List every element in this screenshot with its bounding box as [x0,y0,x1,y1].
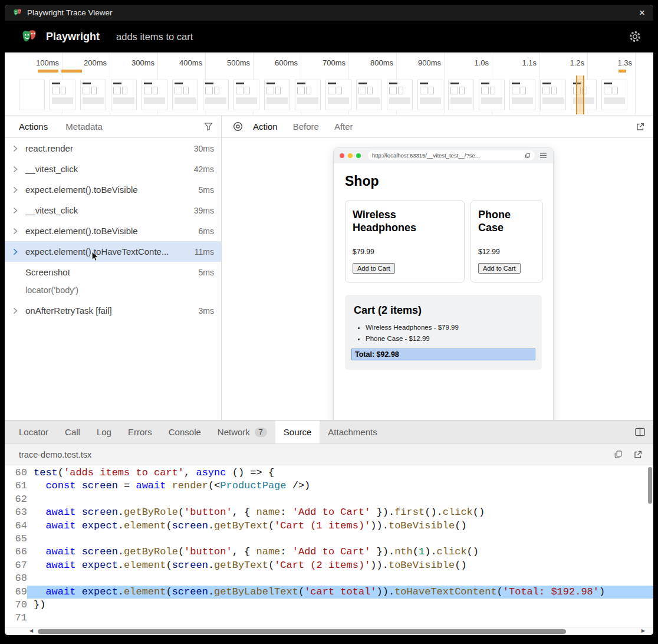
action-row[interactable]: expect.element().toBeVisible6ms [5,221,221,241]
code-token [34,480,45,491]
code-token: async [196,467,226,478]
action-title: expect.element().toBeVisible [25,226,138,236]
product-price: $12.99 [478,248,535,256]
tab-errors[interactable]: Errors [120,420,160,443]
code-text [27,493,653,506]
timeline-thumbnail[interactable] [233,80,259,110]
trace-viewer-window: Playwright Trace Viewer × Playwright add… [5,5,653,635]
tab-before[interactable]: Before [293,121,319,132]
code-token: click [443,507,473,518]
chevron-right-icon [13,228,25,235]
test-title: adds items to cart [116,31,193,42]
tab-console[interactable]: Console [160,420,209,443]
scroll-right-arrow-icon[interactable]: ▶ [641,628,645,633]
action-duration: 5ms [194,268,214,277]
copy-source-icon[interactable] [614,450,623,459]
timeline-thumbnail[interactable] [203,80,229,110]
product-cards: Wireless Headphones $79.99 Add to Cart P… [345,201,542,282]
browser-chrome: http://localhost:63315/__vitest_test__/?… [334,147,553,163]
page-heading: Shop [345,173,542,189]
horizontal-scrollbar[interactable]: ◀ ▶ [5,627,653,635]
action-row[interactable]: expect.element().toHaveTextConte...11ms [5,241,221,262]
browser-window: http://localhost:63315/__vitest_test__/?… [334,147,553,420]
code-token: () [455,560,466,571]
timeline-thumbnail[interactable] [111,80,137,110]
code-token: name [256,546,281,557]
open-source-external-icon[interactable] [633,450,643,459]
timeline[interactable]: 100ms200ms300ms400ms500ms600ms700ms800ms… [5,52,653,116]
tab-locator[interactable]: Locator [11,420,57,443]
timeline-thumbnail[interactable] [295,80,321,110]
timeline-thumbnail[interactable] [448,80,474,110]
line-number: 70 [5,599,27,612]
vertical-scrollbar-thumb[interactable] [648,467,652,504]
tab-action[interactable]: Action [253,121,278,132]
tab-network[interactable]: Network7 [209,420,275,443]
timeline-tick-label: 400ms [179,58,202,67]
action-title: __vitest_click [25,205,78,215]
timeline-tick-label: 900ms [418,58,441,67]
timeline-tick-label: 1.1s [522,58,537,67]
timeline-thumbnail[interactable] [80,80,106,110]
timeline-thumbnail[interactable] [325,80,351,110]
timeline-tick-label: 100ms [36,58,59,67]
tab-log[interactable]: Log [88,420,120,443]
code-text: await expect.element(screen.getByLabelTe… [27,586,653,599]
add-to-cart-button[interactable]: Add to Cart [478,263,521,274]
timeline-tick-label: 300ms [131,58,154,67]
code-token: ( [178,507,184,518]
settings-gear-icon[interactable] [629,30,641,43]
chevron-right-icon [13,166,25,173]
add-to-cart-button[interactable]: Add to Cart [353,263,395,274]
code-token: getByRole [124,546,178,557]
timeline-thumbnail[interactable] [50,80,75,110]
code-token: . [208,560,214,571]
action-duration: 5ms [194,185,214,195]
product-name: Phone Case [478,209,535,234]
code-token: . [208,586,214,597]
code-token: }) [34,599,45,610]
code-line: 67 await expect.element(screen.getByText… [5,559,653,572]
timeline-thumbnail[interactable] [417,80,443,110]
timeline-thumbnail[interactable] [387,80,413,110]
timeline-thumbnail[interactable] [509,80,535,110]
filter-icon[interactable] [204,122,213,131]
action-row[interactable]: Screenshot5ms [5,262,221,282]
timeline-thumbnail[interactable] [19,80,45,110]
tab-actions[interactable]: Actions [19,121,48,132]
timeline-thumbnail[interactable] [601,80,627,110]
code-token: await [45,507,75,518]
code-token: screen [82,507,118,518]
tab-label: Log [97,427,111,437]
close-button[interactable]: × [639,8,645,18]
action-row[interactable]: expect.element().toBeVisible5ms [5,179,221,200]
action-row[interactable]: __vitest_click39ms [5,200,221,221]
timeline-thumbnail[interactable] [172,80,198,110]
timeline-thumbnail[interactable] [540,80,566,110]
snapshot-panel: Action Before After http://localhost:633… [222,116,653,420]
mouse-cursor-icon [91,251,100,265]
scroll-left-arrow-icon[interactable]: ◀ [29,628,33,633]
layout-columns-icon[interactable] [635,428,645,436]
address-url: http://localhost:63315/__vitest_test__/?… [372,152,525,159]
timeline-thumbnail[interactable] [264,80,290,110]
tab-metadata[interactable]: Metadata [65,121,103,132]
tab-source[interactable]: Source [275,420,320,443]
tab-call[interactable]: Call [57,420,88,443]
tab-label: Attachments [328,427,377,437]
code-line: 60test('adds items to cart', async () =>… [5,466,653,479]
product-card: Phone Case $12.99 Add to Cart [471,201,543,282]
timeline-thumbnail[interactable] [479,80,505,110]
pick-locator-icon[interactable] [232,121,244,132]
tab-after[interactable]: After [334,121,353,132]
timeline-thumbnail[interactable] [142,80,167,110]
open-snapshot-external-icon[interactable] [636,122,645,132]
action-row[interactable]: react.render30ms [5,138,221,159]
action-row[interactable]: onAfterRetryTask [fail]3ms [5,300,221,321]
horizontal-scrollbar-thumb[interactable] [38,629,566,634]
action-row[interactable]: __vitest_click42ms [5,159,221,179]
timeline-thumbnail[interactable] [356,80,382,110]
tab-attachments[interactable]: Attachments [320,420,385,443]
code-token: ( [413,546,419,557]
code-token: name [256,507,281,518]
